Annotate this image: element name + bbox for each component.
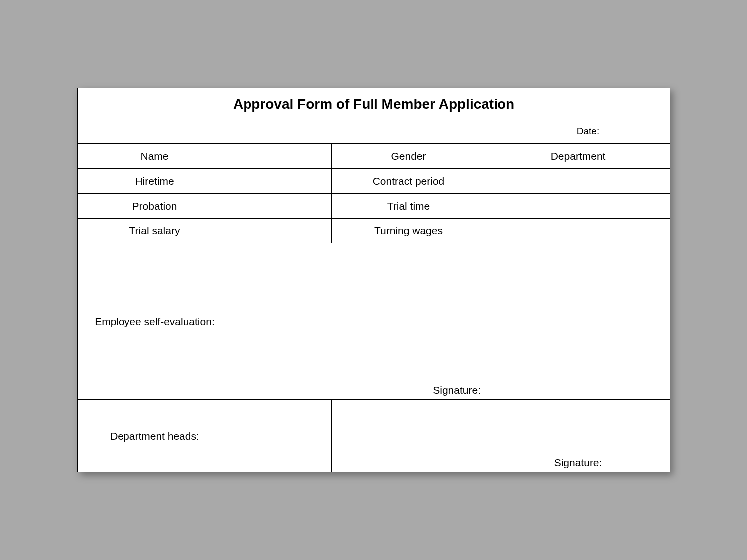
input-name[interactable] — [232, 144, 332, 169]
row-trial-salary: Trial salary Turning wages — [78, 219, 670, 243]
date-blank-2 — [232, 120, 332, 144]
input-trial-time[interactable] — [486, 194, 670, 219]
label-turning-wages: Turning wages — [332, 219, 486, 243]
form-sheet: Approval Form of Full Member Application… — [77, 88, 670, 472]
label-contract-period: Contract period — [332, 169, 486, 194]
date-blank-1 — [78, 120, 232, 144]
input-trial-salary[interactable] — [232, 219, 332, 243]
date-blank-4 — [486, 120, 561, 144]
form-title: Approval Form of Full Member Application — [78, 88, 670, 120]
signature-label-1: Signature: — [433, 384, 481, 396]
label-trial-time: Trial time — [332, 194, 486, 219]
input-hiretime[interactable] — [232, 169, 332, 194]
row-department-heads: Department heads: Signature: — [78, 400, 670, 472]
input-contract-period[interactable] — [486, 169, 670, 194]
label-department: Department — [486, 144, 670, 169]
signature-label-2: Signature: — [554, 457, 602, 468]
label-trial-salary: Trial salary — [78, 219, 232, 243]
date-label: Date: — [561, 120, 616, 144]
label-probation: Probation — [78, 194, 232, 219]
label-hiretime: Hiretime — [78, 169, 232, 194]
self-evaluation-right[interactable] — [486, 243, 670, 400]
label-gender: Gender — [332, 144, 486, 169]
dept-heads-signature-area[interactable]: Signature: — [486, 400, 670, 472]
date-value[interactable] — [616, 120, 670, 144]
approval-form-table: Approval Form of Full Member Application… — [77, 88, 670, 472]
date-blank-3 — [332, 120, 486, 144]
row-probation: Probation Trial time — [78, 194, 670, 219]
input-probation[interactable] — [232, 194, 332, 219]
dept-heads-col-1[interactable] — [232, 400, 332, 472]
title-row: Approval Form of Full Member Application — [78, 88, 670, 120]
date-row: Date: — [78, 120, 670, 144]
label-name: Name — [78, 144, 232, 169]
row-name: Name Gender Department — [78, 144, 670, 169]
dept-heads-col-2[interactable] — [332, 400, 486, 472]
row-hiretime: Hiretime Contract period — [78, 169, 670, 194]
self-evaluation-area[interactable]: Signature: — [232, 243, 486, 400]
row-self-evaluation: Employee self-evaluation: Signature: — [78, 243, 670, 400]
input-turning-wages[interactable] — [486, 219, 670, 243]
label-self-evaluation: Employee self-evaluation: — [78, 243, 232, 400]
label-department-heads: Department heads: — [78, 400, 232, 472]
